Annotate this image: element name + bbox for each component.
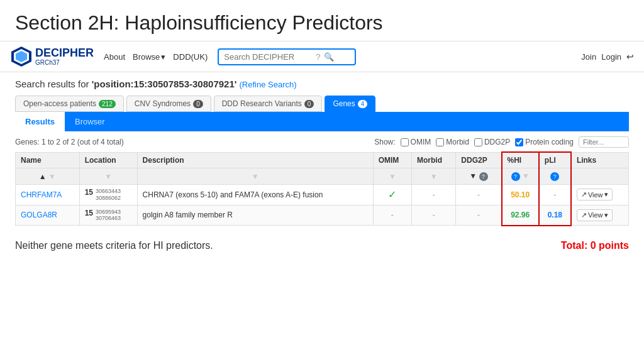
omim-checkbox-label[interactable]: OMIM [401,138,431,146]
omim-sort-icon: ▼ [389,172,396,181]
sub-tab-results[interactable]: Results [15,112,65,131]
gene-link-golga8r[interactable]: GOLGA8R [21,211,57,219]
nav-bar: DECIPHER GRCh37 About Browse ▾ DDD(UK) ?… [0,41,644,72]
loc-sort-icon: ▼ [104,172,112,181]
sub-tab-results-label: Results [25,117,55,126]
hi-value: 50.10 [511,190,530,199]
morbid-dash: - [433,211,435,219]
th-pli: pLI [539,152,571,168]
th-omim-sort[interactable]: ▼ [373,168,411,185]
ddd-link[interactable]: DDD(UK) [173,52,208,62]
coords: 30695943 30706463 [96,209,121,222]
th-ddg2p-filter[interactable]: ▼ ? [456,168,502,185]
th-location: Location [79,152,137,168]
show-label: Show: [374,138,395,146]
omim-checkbox[interactable] [401,138,409,146]
name-sort-up-icon: ▲ [39,172,47,181]
nav-right: Join Login ↩ [581,52,634,62]
search-icon[interactable]: 🔍 [324,52,334,62]
description-cell: CHRNA7 (exons 5-10) and FAM7A (exons A-E… [137,185,373,206]
description-cell: golgin A8 family member R [137,205,373,226]
login-icon: ↩ [626,52,634,62]
th-omim: OMIM [373,152,411,168]
view-dropdown-icon: ▾ [604,211,608,219]
browse-dropdown[interactable]: Browse ▾ [133,52,165,62]
th-name: Name [16,152,80,168]
omim-dash: - [391,211,394,219]
th-pli-sort[interactable]: ? [539,168,571,185]
hi-value: 92.96 [511,211,530,219]
hi-help-icon[interactable]: ? [511,172,520,181]
morbid-label: Morbid [446,138,469,146]
logo-grch-label: GRCh37 [35,59,94,66]
th-desc-sort[interactable]: ▼ [137,168,373,185]
tabs-row: Open-access patients 212 CNV Syndromes 0… [15,96,629,112]
ddg2p-cell: - [456,185,502,206]
ddg2p-cell: - [456,205,502,226]
page-title: Section 2H: Haploinsufficiency Predictor… [0,0,644,41]
coord-bot: 30706463 [96,215,121,222]
tab-cnv-label: CNV Syndromes [135,99,191,108]
view-icon: ↗ [581,211,587,219]
ddg2p-checkbox-label[interactable]: DDG2P [474,138,510,146]
tab-cnv-syndromes[interactable]: CNV Syndromes 0 [126,96,211,112]
logo-text: DECIPHER GRCh37 [35,47,94,67]
table-row: GOLGA8R 15 30695943 30706463 golgin A8 f… [16,205,629,226]
coord-top: 30663443 [96,188,121,195]
ddg2p-label: DDG2P [484,138,510,146]
about-link[interactable]: About [104,52,125,62]
pli-help-icon[interactable]: ? [550,172,559,181]
refine-search-link[interactable]: (Refine Search) [240,80,297,89]
th-links: Links [571,152,629,168]
th-name-sort[interactable]: ▲ ▼ [16,168,80,185]
chr-label: 15 [85,188,93,197]
content-area: Search results for 'position:15:30507853… [0,72,644,233]
view-button-row2[interactable]: ↗ View ▾ [577,209,613,221]
pli-cell: 0.18 [539,205,571,226]
browse-chevron-icon: ▾ [161,52,165,62]
tab-genes[interactable]: Genes 4 [325,96,375,112]
gene-name-cell: CHRFAM7A [16,185,80,206]
join-link[interactable]: Join [581,52,596,62]
search-box[interactable]: ? 🔍 [218,48,356,65]
ddg2p-help-icon[interactable]: ? [479,172,488,181]
view-label: View [588,211,603,219]
name-sort-down-icon: ▼ [48,172,56,181]
protein-label: Protein coding [525,138,574,146]
location-cell: 15 30695943 30706463 [79,205,137,226]
table-row: CHRFAM7A 15 30663443 30886062 CHRNA7 (ex… [16,185,629,206]
results-toolbar: Genes: 1 to 2 of 2 (out of 4 total) Show… [15,136,629,148]
logo-area[interactable]: DECIPHER GRCh37 [10,45,94,68]
gene-link-chrfam7a[interactable]: CHRFAM7A [21,190,62,199]
results-count: Genes: 1 to 2 of 2 (out of 4 total) [15,138,124,146]
links-cell: ↗ View ▾ [571,185,629,206]
morbid-checkbox[interactable] [436,138,444,146]
sub-tab-browser[interactable]: Browser [65,112,115,131]
login-link[interactable]: Login [601,52,621,62]
view-button-row1[interactable]: ↗ View ▾ [577,189,613,200]
protein-checkbox-label[interactable]: Protein coding [515,138,574,146]
decipher-logo-icon [10,45,33,68]
morbid-cell: - [411,205,455,226]
ddg2p-dash: - [477,211,480,219]
filter-input[interactable] [579,136,629,148]
th-description: Description [137,152,373,168]
protein-checkbox[interactable] [515,138,523,146]
th-loc-sort[interactable]: ▼ [79,168,137,185]
nav-links: About Browse ▾ DDD(UK) [104,52,208,62]
tab-open-access[interactable]: Open-access patients 212 [15,96,124,112]
th-morbid-sort[interactable]: ▼ [411,168,455,185]
pli-dash: - [553,190,556,199]
ddg2p-checkbox[interactable] [474,138,482,146]
th-hi-sort[interactable]: ? ▼ [502,168,539,185]
tab-ddd-badge: 0 [304,100,314,108]
logo-decipher-label: DECIPHER [35,47,94,60]
results-query: 'position:15:30507853-30807921' [92,79,237,89]
filter-funnel-icon: ▼ [469,172,477,180]
th-morbid: Morbid [411,152,455,168]
search-help-icon[interactable]: ? [316,52,320,62]
morbid-checkbox-label[interactable]: Morbid [436,138,469,146]
tab-ddd-variants[interactable]: DDD Research Variants 0 [214,96,323,112]
gene-table: Name Location Description OMIM Morbid DD… [15,151,629,226]
search-input[interactable] [224,52,312,62]
